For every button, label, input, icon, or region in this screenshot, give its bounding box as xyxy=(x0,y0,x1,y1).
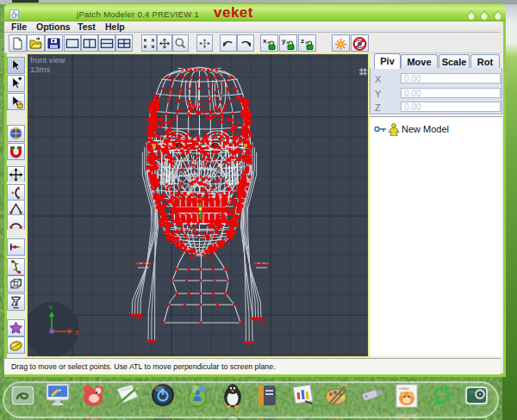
svg-text:Y: Y xyxy=(48,304,53,312)
svg-text:y: y xyxy=(282,37,286,45)
svg-text:front view: front view xyxy=(30,55,65,65)
svg-text:13ms: 13ms xyxy=(30,65,50,74)
svg-text:x: x xyxy=(75,328,79,337)
svg-text:x: x xyxy=(263,37,267,45)
svg-text:z: z xyxy=(301,37,304,45)
